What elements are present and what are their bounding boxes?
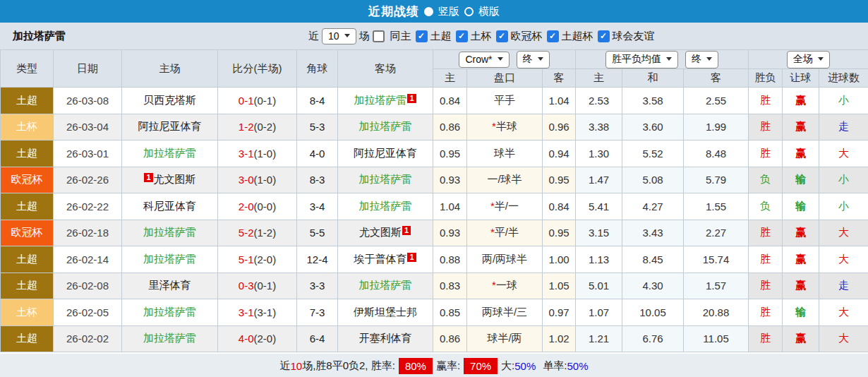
odds-away: 0.84: [543, 193, 576, 220]
odds-home: 0.86: [433, 325, 467, 352]
match-row: 土超26-02-14加拉塔萨雷5-1(2-0)12-4埃于普体育10.88两/两…: [1, 246, 868, 273]
result-goals: 小: [819, 193, 868, 220]
odds-away: 1.00: [543, 246, 576, 273]
league-checkbox-tusuper[interactable]: ✓: [416, 30, 428, 42]
corner-score: 7-3: [297, 299, 338, 326]
avg-final-select[interactable]: 终: [685, 51, 718, 68]
match-score: 0-1(0-1): [218, 88, 297, 114]
match-date: 26-02-05: [54, 299, 122, 326]
league-checkbox-tucup[interactable]: ✓: [456, 30, 468, 42]
scope-select[interactable]: 全场: [787, 51, 830, 68]
result-goals: 大: [819, 325, 868, 352]
profit-rate-badge: 70%: [464, 358, 498, 374]
match-type-badge: 欧冠杯: [1, 220, 54, 246]
avg-win: 3.38: [576, 114, 622, 140]
big-value: 50%: [514, 360, 536, 372]
corner-score: 12-4: [297, 246, 338, 273]
avg-draw: 10.05: [622, 299, 684, 326]
filter-controls: 近 10 场 同主 ✓ 土超 ✓ 土杯 ✓ 欧冠杯 ✓ 土超杯 ✓ 球会友谊: [308, 23, 656, 49]
league-label-tucup[interactable]: 土杯: [471, 30, 492, 43]
match-date: 26-02-26: [54, 167, 122, 193]
vertical-radio[interactable]: [424, 7, 433, 16]
vertical-radio-label[interactable]: 竖版: [438, 5, 459, 18]
match-date: 26-02-08: [54, 273, 122, 299]
results-table: 类型 日期 主场 比分(半场) 角球 客场 Crow* 终: [0, 49, 868, 352]
sub-header-odds-home: 主: [433, 69, 467, 88]
avg-lose: 1.55: [684, 193, 749, 220]
result-handicap: 赢: [783, 88, 819, 114]
odds-away: 1.02: [543, 325, 576, 352]
corner-score: 8-3: [297, 167, 338, 193]
avg-lose: 5.79: [684, 167, 749, 193]
home-team: 加拉塔萨雷: [122, 299, 218, 326]
home-team: 1尤文图斯: [122, 167, 218, 193]
avg-draw: 3.58: [622, 88, 684, 114]
match-count-select[interactable]: 10: [322, 28, 356, 44]
sub-header-winlose: 胜负: [749, 69, 783, 88]
result-winlose: 负: [749, 193, 783, 220]
odds-home: 0.93: [433, 220, 467, 246]
league-checkbox-supercup[interactable]: ✓: [547, 30, 559, 42]
odds-home: 0.83: [433, 273, 467, 299]
match-type-badge: 土杯: [1, 299, 54, 326]
profit-label: 赢率:: [436, 359, 460, 373]
avg-win: 3.15: [576, 220, 622, 246]
match-date: 26-02-22: [54, 193, 122, 220]
odds-away: 0.95: [543, 167, 576, 193]
avg-draw: 6.76: [622, 325, 684, 352]
match-score: 1-2(0-2): [218, 114, 297, 140]
match-type-badge: 土超: [1, 246, 54, 273]
chevron-down-icon: [706, 57, 712, 61]
result-goals: 大: [819, 140, 868, 167]
avg-lose: 2.55: [684, 88, 749, 114]
match-row: 土超26-02-22科尼亚体育2-0(0-0)3-4加拉塔萨雷1.04*半/一0…: [1, 193, 868, 220]
corner-score: 8-4: [297, 88, 338, 114]
odds-away: 0.95: [543, 220, 576, 246]
odds-away: 0.97: [543, 299, 576, 326]
scope-select-group: 全场: [749, 50, 868, 69]
handicap: *半球: [467, 114, 543, 140]
match-row: 土超26-02-02加拉塔萨雷4-0(2-0)6-4开塞利体育0.86球半/两1…: [1, 325, 868, 352]
col-header-date: 日期: [54, 50, 122, 88]
red-card-badge: 1: [144, 173, 152, 182]
odds-company-select[interactable]: Crow*: [459, 52, 509, 68]
chevron-down-icon: [498, 57, 503, 61]
handicap: *一球: [467, 273, 543, 299]
match-score: 3-1(1-0): [218, 140, 297, 167]
match-tbody: 土超26-03-08贝西克塔斯0-1(0-1)8-4加拉塔萨雷10.84平手1.…: [1, 88, 868, 352]
league-label-ucl[interactable]: 欧冠杯: [511, 30, 543, 43]
sub-header-handicap: 盘口: [467, 69, 543, 88]
red-card-badge: 1: [407, 253, 416, 262]
away-team: 阿拉尼亚体育: [338, 140, 433, 167]
avg-select[interactable]: 胜平负均值: [605, 51, 678, 68]
match-type-badge: 土超: [1, 325, 54, 352]
single-value: 50%: [567, 360, 588, 372]
horizontal-radio-label[interactable]: 横版: [478, 5, 500, 18]
sub-header-avg-win: 主: [576, 69, 622, 88]
result-handicap: 输: [783, 299, 819, 326]
league-checkbox-ucl[interactable]: ✓: [496, 30, 508, 42]
result-goals: 小: [819, 167, 868, 193]
horizontal-radio[interactable]: [464, 7, 474, 16]
league-label-friendly[interactable]: 球会友谊: [613, 30, 655, 43]
match-row: 土杯26-03-04阿拉尼亚体育1-2(0-2)5-3加拉塔萨雷0.86*半球0…: [1, 114, 868, 140]
odds-away: 0.94: [543, 140, 576, 167]
avg-draw: 5.52: [622, 140, 684, 167]
league-label-supercup[interactable]: 土超杯: [562, 30, 593, 43]
result-handicap: 赢: [783, 220, 819, 246]
match-row: 土超26-03-01加拉塔萨雷3-1(1-0)4-0阿拉尼亚体育0.95球半0.…: [1, 140, 868, 167]
handicap: *平/半: [467, 220, 543, 246]
league-label-tusuper[interactable]: 土超: [430, 30, 452, 43]
match-score: 3-1(3-1): [218, 299, 297, 326]
corner-score: 5-3: [297, 114, 338, 140]
col-header-type: 类型: [1, 50, 54, 88]
league-checkbox-friendly[interactable]: ✓: [598, 30, 610, 42]
odds-final-select[interactable]: 终: [517, 51, 550, 68]
match-date: 26-02-02: [54, 325, 122, 352]
summary-count: 10: [290, 360, 302, 372]
result-handicap: 赢: [783, 246, 819, 273]
corner-score: 3-4: [297, 193, 338, 220]
same-home-checkbox[interactable]: [373, 30, 385, 42]
match-score: 2-0(0-0): [218, 193, 297, 220]
same-home-label[interactable]: 同主: [390, 30, 411, 43]
